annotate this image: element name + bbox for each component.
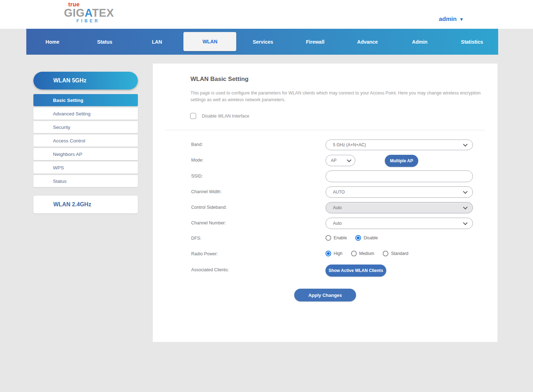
nav-tab-admin[interactable]: Admin bbox=[394, 29, 446, 55]
nav-tab-services[interactable]: Services bbox=[237, 29, 289, 55]
chevron-down-icon: ▼ bbox=[459, 17, 464, 22]
sidebar-section-wlan5ghz[interactable]: WLAN 5GHz bbox=[33, 72, 138, 89]
section-divider bbox=[165, 130, 485, 130]
wlan-basic-setting-panel: WLAN Basic Setting This page is used to … bbox=[153, 64, 497, 342]
channel-number-select[interactable]: Auto bbox=[325, 218, 473, 229]
channel-width-value: AUTO bbox=[333, 190, 345, 195]
sidebar-item-wps[interactable]: WPS bbox=[33, 162, 138, 174]
dfs-enable-radio[interactable] bbox=[325, 235, 331, 241]
associated-clients-label: Associated Clients: bbox=[191, 267, 229, 272]
page-title: WLAN Basic Setting bbox=[190, 76, 248, 83]
ssid-input[interactable] bbox=[325, 170, 473, 182]
nav-tab-advance[interactable]: Advance bbox=[341, 29, 394, 55]
multiple-ap-button[interactable]: Multiple AP bbox=[385, 155, 418, 167]
dfs-label: DFS: bbox=[191, 236, 201, 241]
control-sideband-value: Auto bbox=[333, 205, 342, 210]
nav-tab-wlan[interactable]: WLAN bbox=[183, 32, 236, 51]
mode-label: Mode: bbox=[191, 158, 204, 163]
ssid-label: SSID: bbox=[191, 174, 203, 179]
dfs-enable-label: Enable bbox=[334, 235, 347, 240]
dfs-disable-radio[interactable] bbox=[355, 235, 361, 241]
user-menu-label: admin bbox=[439, 16, 457, 23]
nav-tab-lan[interactable]: LAN bbox=[131, 29, 183, 55]
chevron-down-icon bbox=[463, 189, 468, 194]
channel-number-value: Auto bbox=[333, 221, 342, 226]
disable-wlan-checkbox[interactable] bbox=[190, 113, 196, 119]
sidebar-item-security[interactable]: Security bbox=[33, 121, 138, 133]
sidebar: WLAN 5GHz Basic Setting Advanced Setting… bbox=[33, 72, 138, 213]
control-sideband-label: Control Sideband: bbox=[191, 205, 227, 210]
top-header: true GIGATEX FIBER admin ▼ bbox=[0, 0, 533, 29]
dfs-disable-label: Disable bbox=[364, 235, 378, 240]
disable-wlan-label: Disable WLAN Interface bbox=[202, 114, 249, 119]
sidebar-item-access-control[interactable]: Access Control bbox=[33, 135, 138, 147]
sidebar-item-basic-setting[interactable]: Basic Setting bbox=[33, 94, 138, 106]
radio-power-group: High Medium Standard bbox=[325, 251, 417, 256]
sidebar-item-advanced-setting[interactable]: Advanced Setting bbox=[33, 108, 138, 120]
band-select-value: 5 GHz (A+N+AC) bbox=[333, 142, 366, 147]
control-sideband-select: Auto bbox=[325, 202, 473, 213]
chevron-down-icon bbox=[347, 158, 351, 162]
nav-tab-home[interactable]: Home bbox=[26, 29, 79, 55]
main-nav: Home Status LAN WLAN Services Firewall A… bbox=[26, 29, 498, 55]
channel-width-select[interactable]: AUTO bbox=[325, 186, 473, 198]
radio-power-high-radio[interactable] bbox=[325, 251, 331, 256]
radio-power-standard-radio[interactable] bbox=[383, 251, 388, 256]
sidebar-item-neighbors-ap[interactable]: Neighbors AP bbox=[33, 148, 138, 160]
show-active-wlan-clients-button[interactable]: Show Active WLAN Clients bbox=[325, 265, 386, 277]
radio-power-high-label: High bbox=[334, 251, 343, 256]
sidebar-item-status[interactable]: Status bbox=[33, 175, 138, 187]
apply-changes-button[interactable]: Apply Changes bbox=[294, 289, 356, 301]
nav-tab-status[interactable]: Status bbox=[79, 29, 131, 55]
chevron-down-icon bbox=[463, 220, 468, 225]
nav-tab-statistics[interactable]: Statistics bbox=[446, 29, 498, 55]
radio-power-standard-label: Standard bbox=[391, 251, 408, 256]
chevron-down-icon bbox=[463, 205, 468, 209]
mode-select[interactable]: AP bbox=[325, 155, 355, 166]
sidebar-section-wlan24ghz[interactable]: WLAN 2.4GHz bbox=[33, 196, 138, 213]
brand-gigatex-text: GIGATEX bbox=[64, 8, 121, 18]
radio-power-label: Radio Power: bbox=[191, 251, 218, 256]
radio-power-medium-label: Medium bbox=[359, 251, 375, 256]
channel-width-label: Channel Width: bbox=[191, 189, 221, 194]
band-select[interactable]: 5 GHz (A+N+AC) bbox=[325, 140, 473, 150]
band-label: Band: bbox=[191, 142, 203, 147]
nav-tab-firewall[interactable]: Firewall bbox=[289, 29, 341, 55]
mode-select-value: AP bbox=[331, 158, 337, 163]
radio-power-medium-radio[interactable] bbox=[351, 251, 357, 256]
chevron-down-icon bbox=[463, 142, 468, 147]
page-description: This page is used to configure the param… bbox=[190, 90, 486, 103]
channel-number-label: Channel Number: bbox=[191, 220, 226, 225]
brand-fiber-text: FIBER bbox=[76, 18, 121, 23]
user-menu[interactable]: admin ▼ bbox=[439, 16, 464, 23]
dfs-radio-group: Enable Disable bbox=[325, 235, 386, 241]
brand-logo: true GIGATEX FIBER bbox=[64, 1, 121, 23]
disable-wlan-row: Disable WLAN Interface bbox=[190, 113, 249, 119]
